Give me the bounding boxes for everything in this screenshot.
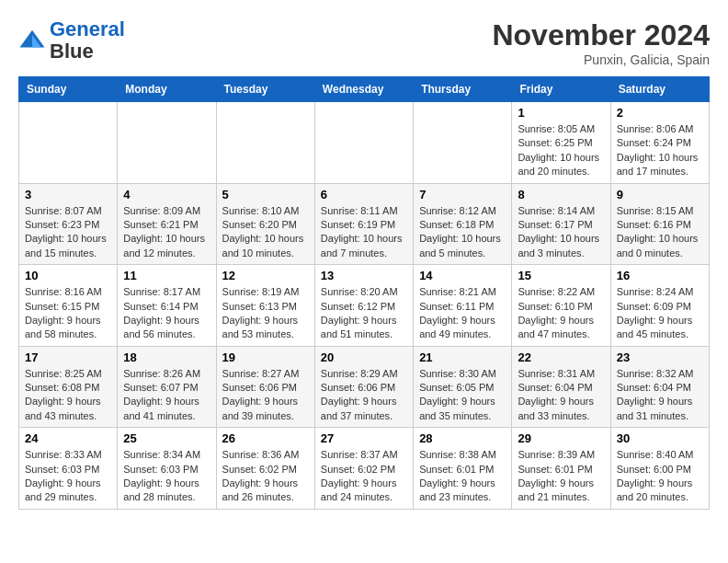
day-number: 11	[123, 269, 210, 282]
calendar-header-row: SundayMondayTuesdayWednesdayThursdayFrid…	[19, 77, 710, 102]
weekday-header: Thursday	[414, 77, 512, 102]
day-info: Sunrise: 8:10 AM Sunset: 6:20 PM Dayligh…	[222, 204, 309, 261]
day-info: Sunrise: 8:21 AM Sunset: 6:11 PM Dayligh…	[419, 285, 506, 342]
subtitle: Punxin, Galicia, Spain	[492, 52, 710, 67]
weekday-header: Friday	[512, 77, 610, 102]
day-number: 9	[617, 188, 703, 201]
day-info: Sunrise: 8:22 AM Sunset: 6:10 PM Dayligh…	[518, 285, 604, 342]
day-number: 10	[25, 269, 111, 282]
day-number: 16	[617, 269, 703, 282]
logo-icon	[18, 27, 46, 54]
day-info: Sunrise: 8:11 AM Sunset: 6:19 PM Dayligh…	[321, 204, 407, 261]
calendar-day-cell: 14Sunrise: 8:21 AM Sunset: 6:11 PM Dayli…	[414, 265, 512, 347]
day-info: Sunrise: 8:31 AM Sunset: 6:04 PM Dayligh…	[518, 367, 604, 424]
day-number: 14	[419, 269, 506, 282]
day-info: Sunrise: 8:26 AM Sunset: 6:07 PM Dayligh…	[123, 367, 210, 424]
calendar: SundayMondayTuesdayWednesdayThursdayFrid…	[18, 76, 710, 510]
calendar-day-cell: 4Sunrise: 8:09 AM Sunset: 6:21 PM Daylig…	[118, 183, 216, 265]
day-info: Sunrise: 8:39 AM Sunset: 6:01 PM Dayligh…	[518, 448, 604, 505]
day-number: 7	[419, 188, 506, 201]
day-number: 20	[321, 350, 407, 364]
day-number: 8	[518, 188, 604, 201]
day-number: 4	[123, 188, 210, 201]
calendar-day-cell: 1Sunrise: 8:05 AM Sunset: 6:25 PM Daylig…	[512, 102, 610, 184]
day-number: 25	[123, 431, 210, 445]
day-info: Sunrise: 8:30 AM Sunset: 6:05 PM Dayligh…	[419, 367, 506, 424]
day-info: Sunrise: 8:33 AM Sunset: 6:03 PM Dayligh…	[25, 448, 111, 505]
day-info: Sunrise: 8:12 AM Sunset: 6:18 PM Dayligh…	[419, 204, 506, 261]
logo: General Blue	[18, 18, 125, 63]
calendar-week-row: 17Sunrise: 8:25 AM Sunset: 6:08 PM Dayli…	[19, 346, 710, 428]
calendar-day-cell	[216, 102, 314, 184]
calendar-day-cell: 18Sunrise: 8:26 AM Sunset: 6:07 PM Dayli…	[118, 346, 216, 428]
day-number: 5	[222, 188, 309, 201]
calendar-day-cell: 15Sunrise: 8:22 AM Sunset: 6:10 PM Dayli…	[512, 265, 610, 347]
day-info: Sunrise: 8:20 AM Sunset: 6:12 PM Dayligh…	[321, 285, 407, 342]
day-number: 24	[25, 431, 111, 445]
day-number: 12	[222, 269, 309, 282]
day-number: 28	[419, 431, 506, 445]
calendar-day-cell: 10Sunrise: 8:16 AM Sunset: 6:15 PM Dayli…	[19, 265, 118, 347]
day-number: 21	[419, 350, 506, 364]
day-number: 17	[25, 350, 111, 364]
day-info: Sunrise: 8:07 AM Sunset: 6:23 PM Dayligh…	[25, 204, 111, 261]
day-number: 26	[222, 431, 309, 445]
day-info: Sunrise: 8:24 AM Sunset: 6:09 PM Dayligh…	[617, 285, 703, 342]
calendar-day-cell	[414, 102, 512, 184]
day-number: 23	[617, 350, 703, 364]
day-info: Sunrise: 8:34 AM Sunset: 6:03 PM Dayligh…	[123, 448, 210, 505]
day-number: 3	[25, 188, 111, 201]
calendar-day-cell: 16Sunrise: 8:24 AM Sunset: 6:09 PM Dayli…	[610, 265, 709, 347]
day-number: 19	[222, 350, 309, 364]
calendar-day-cell	[314, 102, 413, 184]
day-info: Sunrise: 8:37 AM Sunset: 6:02 PM Dayligh…	[321, 448, 407, 505]
calendar-day-cell: 25Sunrise: 8:34 AM Sunset: 6:03 PM Dayli…	[118, 428, 216, 510]
day-info: Sunrise: 8:17 AM Sunset: 6:14 PM Dayligh…	[123, 285, 210, 342]
weekday-header: Tuesday	[216, 77, 314, 102]
day-info: Sunrise: 8:15 AM Sunset: 6:16 PM Dayligh…	[617, 204, 703, 261]
day-info: Sunrise: 8:09 AM Sunset: 6:21 PM Dayligh…	[123, 204, 210, 261]
day-number: 22	[518, 350, 604, 364]
calendar-day-cell: 29Sunrise: 8:39 AM Sunset: 6:01 PM Dayli…	[512, 428, 610, 510]
weekday-header: Sunday	[19, 77, 118, 102]
calendar-day-cell: 20Sunrise: 8:29 AM Sunset: 6:06 PM Dayli…	[314, 346, 413, 428]
day-info: Sunrise: 8:32 AM Sunset: 6:04 PM Dayligh…	[617, 367, 703, 424]
calendar-day-cell: 22Sunrise: 8:31 AM Sunset: 6:04 PM Dayli…	[512, 346, 610, 428]
day-info: Sunrise: 8:25 AM Sunset: 6:08 PM Dayligh…	[25, 367, 111, 424]
day-number: 15	[518, 269, 604, 282]
calendar-day-cell: 3Sunrise: 8:07 AM Sunset: 6:23 PM Daylig…	[19, 183, 118, 265]
page-header: General Blue November 2024 Punxin, Galic…	[18, 18, 710, 67]
calendar-day-cell: 23Sunrise: 8:32 AM Sunset: 6:04 PM Dayli…	[610, 346, 709, 428]
calendar-day-cell: 2Sunrise: 8:06 AM Sunset: 6:24 PM Daylig…	[610, 102, 709, 184]
day-info: Sunrise: 8:14 AM Sunset: 6:17 PM Dayligh…	[518, 204, 604, 261]
day-info: Sunrise: 8:16 AM Sunset: 6:15 PM Dayligh…	[25, 285, 111, 342]
day-info: Sunrise: 8:38 AM Sunset: 6:01 PM Dayligh…	[419, 448, 506, 505]
title-area: November 2024 Punxin, Galicia, Spain	[492, 18, 710, 67]
calendar-week-row: 24Sunrise: 8:33 AM Sunset: 6:03 PM Dayli…	[19, 428, 710, 510]
day-number: 6	[321, 188, 407, 201]
calendar-day-cell: 9Sunrise: 8:15 AM Sunset: 6:16 PM Daylig…	[610, 183, 709, 265]
day-info: Sunrise: 8:29 AM Sunset: 6:06 PM Dayligh…	[321, 367, 407, 424]
weekday-header: Saturday	[610, 77, 709, 102]
day-number: 29	[518, 431, 604, 445]
calendar-week-row: 10Sunrise: 8:16 AM Sunset: 6:15 PM Dayli…	[19, 265, 710, 347]
calendar-day-cell	[118, 102, 216, 184]
calendar-day-cell: 21Sunrise: 8:30 AM Sunset: 6:05 PM Dayli…	[414, 346, 512, 428]
day-number: 27	[321, 431, 407, 445]
calendar-day-cell: 26Sunrise: 8:36 AM Sunset: 6:02 PM Dayli…	[216, 428, 314, 510]
calendar-week-row: 1Sunrise: 8:05 AM Sunset: 6:25 PM Daylig…	[19, 102, 710, 184]
day-info: Sunrise: 8:05 AM Sunset: 6:25 PM Dayligh…	[518, 122, 604, 179]
calendar-day-cell: 13Sunrise: 8:20 AM Sunset: 6:12 PM Dayli…	[314, 265, 413, 347]
calendar-day-cell: 19Sunrise: 8:27 AM Sunset: 6:06 PM Dayli…	[216, 346, 314, 428]
weekday-header: Wednesday	[314, 77, 413, 102]
calendar-day-cell: 27Sunrise: 8:37 AM Sunset: 6:02 PM Dayli…	[314, 428, 413, 510]
day-info: Sunrise: 8:06 AM Sunset: 6:24 PM Dayligh…	[617, 122, 703, 179]
calendar-day-cell: 30Sunrise: 8:40 AM Sunset: 6:00 PM Dayli…	[610, 428, 709, 510]
day-number: 30	[617, 431, 703, 445]
weekday-header: Monday	[118, 77, 216, 102]
day-info: Sunrise: 8:27 AM Sunset: 6:06 PM Dayligh…	[222, 367, 309, 424]
calendar-week-row: 3Sunrise: 8:07 AM Sunset: 6:23 PM Daylig…	[19, 183, 710, 265]
calendar-day-cell: 5Sunrise: 8:10 AM Sunset: 6:20 PM Daylig…	[216, 183, 314, 265]
month-title: November 2024	[492, 18, 710, 52]
day-info: Sunrise: 8:19 AM Sunset: 6:13 PM Dayligh…	[222, 285, 309, 342]
